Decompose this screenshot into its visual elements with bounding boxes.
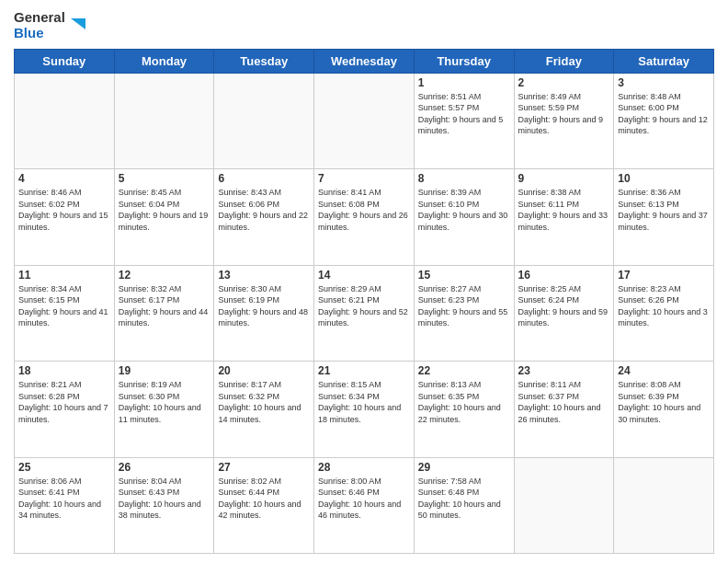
calendar-cell xyxy=(15,73,115,169)
day-number: 10 xyxy=(618,172,710,185)
logo-general: General xyxy=(14,9,65,25)
calendar-table: SundayMondayTuesdayWednesdayThursdayFrid… xyxy=(14,49,714,555)
day-number: 16 xyxy=(518,269,610,282)
calendar-cell: 10Sunrise: 8:36 AM Sunset: 6:13 PM Dayli… xyxy=(614,169,714,266)
day-info: Sunrise: 8:08 AM Sunset: 6:39 PM Dayligh… xyxy=(618,379,710,425)
calendar-cell: 19Sunrise: 8:19 AM Sunset: 6:30 PM Dayli… xyxy=(114,362,214,458)
day-info: Sunrise: 8:34 AM Sunset: 6:15 PM Dayligh… xyxy=(18,283,110,329)
day-info: Sunrise: 8:23 AM Sunset: 6:26 PM Dayligh… xyxy=(618,283,710,329)
day-number: 25 xyxy=(18,461,110,474)
calendar-cell: 8Sunrise: 8:39 AM Sunset: 6:10 PM Daylig… xyxy=(414,169,514,266)
calendar-cell: 12Sunrise: 8:32 AM Sunset: 6:17 PM Dayli… xyxy=(114,265,214,362)
calendar-cell: 4Sunrise: 8:46 AM Sunset: 6:02 PM Daylig… xyxy=(15,169,115,266)
day-number: 22 xyxy=(418,364,510,377)
day-info: Sunrise: 8:04 AM Sunset: 6:43 PM Dayligh… xyxy=(119,476,210,522)
weekday-header-tuesday: Tuesday xyxy=(214,49,314,73)
day-info: Sunrise: 8:00 AM Sunset: 6:46 PM Dayligh… xyxy=(318,476,410,522)
day-number: 27 xyxy=(218,461,310,474)
day-number: 19 xyxy=(119,364,210,377)
calendar-week-2: 4Sunrise: 8:46 AM Sunset: 6:02 PM Daylig… xyxy=(15,169,714,266)
day-number: 23 xyxy=(518,364,610,377)
calendar-cell: 11Sunrise: 8:34 AM Sunset: 6:15 PM Dayli… xyxy=(15,265,115,362)
header: General Blue xyxy=(14,9,714,41)
calendar-week-5: 25Sunrise: 8:06 AM Sunset: 6:41 PM Dayli… xyxy=(15,457,714,554)
calendar-cell: 21Sunrise: 8:15 AM Sunset: 6:34 PM Dayli… xyxy=(314,362,415,458)
calendar-cell: 20Sunrise: 8:17 AM Sunset: 6:32 PM Dayli… xyxy=(214,362,314,458)
calendar-cell: 5Sunrise: 8:45 AM Sunset: 6:04 PM Daylig… xyxy=(114,169,214,266)
calendar-cell: 22Sunrise: 8:13 AM Sunset: 6:35 PM Dayli… xyxy=(414,362,514,458)
day-number: 4 xyxy=(18,172,110,185)
calendar-cell: 13Sunrise: 8:30 AM Sunset: 6:19 PM Dayli… xyxy=(214,265,314,362)
calendar-cell: 24Sunrise: 8:08 AM Sunset: 6:39 PM Dayli… xyxy=(614,362,714,458)
calendar-cell: 28Sunrise: 8:00 AM Sunset: 6:46 PM Dayli… xyxy=(314,457,415,554)
calendar-cell: 25Sunrise: 8:06 AM Sunset: 6:41 PM Dayli… xyxy=(15,457,115,554)
day-info: Sunrise: 8:48 AM Sunset: 6:00 PM Dayligh… xyxy=(618,91,710,137)
day-info: Sunrise: 8:43 AM Sunset: 6:06 PM Dayligh… xyxy=(218,187,310,233)
calendar-cell: 3Sunrise: 8:48 AM Sunset: 6:00 PM Daylig… xyxy=(614,73,714,169)
day-info: Sunrise: 8:39 AM Sunset: 6:10 PM Dayligh… xyxy=(418,187,510,233)
calendar-cell: 2Sunrise: 8:49 AM Sunset: 5:59 PM Daylig… xyxy=(514,73,614,169)
day-info: Sunrise: 8:19 AM Sunset: 6:30 PM Dayligh… xyxy=(119,379,210,425)
day-info: Sunrise: 8:27 AM Sunset: 6:23 PM Dayligh… xyxy=(418,283,510,329)
day-info: Sunrise: 8:17 AM Sunset: 6:32 PM Dayligh… xyxy=(218,379,310,425)
day-number: 26 xyxy=(119,461,210,474)
calendar-cell xyxy=(514,457,614,554)
calendar-cell: 18Sunrise: 8:21 AM Sunset: 6:28 PM Dayli… xyxy=(15,362,115,458)
calendar-week-3: 11Sunrise: 8:34 AM Sunset: 6:15 PM Dayli… xyxy=(15,265,714,362)
logo-container: General Blue xyxy=(14,9,87,41)
day-info: Sunrise: 8:11 AM Sunset: 6:37 PM Dayligh… xyxy=(518,379,610,425)
day-info: Sunrise: 8:38 AM Sunset: 6:11 PM Dayligh… xyxy=(518,187,610,233)
weekday-header-saturday: Saturday xyxy=(614,49,714,73)
day-number: 17 xyxy=(618,269,710,282)
day-info: Sunrise: 8:29 AM Sunset: 6:21 PM Dayligh… xyxy=(318,283,410,329)
day-number: 21 xyxy=(318,364,410,377)
calendar-week-1: 1Sunrise: 8:51 AM Sunset: 5:57 PM Daylig… xyxy=(15,73,714,169)
calendar-cell xyxy=(114,73,214,169)
calendar-cell xyxy=(214,73,314,169)
day-info: Sunrise: 8:06 AM Sunset: 6:41 PM Dayligh… xyxy=(18,476,110,522)
day-number: 3 xyxy=(618,76,710,89)
day-info: Sunrise: 8:15 AM Sunset: 6:34 PM Dayligh… xyxy=(318,379,410,425)
calendar-cell xyxy=(314,73,415,169)
calendar-cell: 26Sunrise: 8:04 AM Sunset: 6:43 PM Dayli… xyxy=(114,457,214,554)
day-info: Sunrise: 8:45 AM Sunset: 6:04 PM Dayligh… xyxy=(119,187,210,233)
logo-triangle-icon xyxy=(67,15,87,35)
day-number: 2 xyxy=(518,76,610,89)
logo-text: General Blue xyxy=(14,9,65,41)
day-info: Sunrise: 8:46 AM Sunset: 6:02 PM Dayligh… xyxy=(18,187,110,233)
day-number: 29 xyxy=(418,461,510,474)
day-number: 11 xyxy=(18,269,110,282)
day-number: 5 xyxy=(119,172,210,185)
day-number: 18 xyxy=(18,364,110,377)
day-info: Sunrise: 8:25 AM Sunset: 6:24 PM Dayligh… xyxy=(518,283,610,329)
day-number: 13 xyxy=(218,269,310,282)
day-info: Sunrise: 8:49 AM Sunset: 5:59 PM Dayligh… xyxy=(518,91,610,137)
weekday-header-thursday: Thursday xyxy=(414,49,514,73)
svg-marker-0 xyxy=(71,18,85,29)
day-info: Sunrise: 8:30 AM Sunset: 6:19 PM Dayligh… xyxy=(218,283,310,329)
calendar-cell: 6Sunrise: 8:43 AM Sunset: 6:06 PM Daylig… xyxy=(214,169,314,266)
day-number: 12 xyxy=(119,269,210,282)
calendar-cell: 15Sunrise: 8:27 AM Sunset: 6:23 PM Dayli… xyxy=(414,265,514,362)
weekday-header-friday: Friday xyxy=(514,49,614,73)
day-info: Sunrise: 8:02 AM Sunset: 6:44 PM Dayligh… xyxy=(218,476,310,522)
calendar-cell: 7Sunrise: 8:41 AM Sunset: 6:08 PM Daylig… xyxy=(314,169,415,266)
day-info: Sunrise: 8:36 AM Sunset: 6:13 PM Dayligh… xyxy=(618,187,710,233)
day-info: Sunrise: 8:21 AM Sunset: 6:28 PM Dayligh… xyxy=(18,379,110,425)
day-info: Sunrise: 8:32 AM Sunset: 6:17 PM Dayligh… xyxy=(119,283,210,329)
day-number: 8 xyxy=(418,172,510,185)
logo: General Blue xyxy=(14,9,87,41)
calendar-cell: 17Sunrise: 8:23 AM Sunset: 6:26 PM Dayli… xyxy=(614,265,714,362)
calendar-cell: 16Sunrise: 8:25 AM Sunset: 6:24 PM Dayli… xyxy=(514,265,614,362)
day-number: 15 xyxy=(418,269,510,282)
day-number: 24 xyxy=(618,364,710,377)
calendar-cell: 14Sunrise: 8:29 AM Sunset: 6:21 PM Dayli… xyxy=(314,265,415,362)
calendar-header: SundayMondayTuesdayWednesdayThursdayFrid… xyxy=(15,49,714,73)
day-info: Sunrise: 7:58 AM Sunset: 6:48 PM Dayligh… xyxy=(418,476,510,522)
calendar-week-4: 18Sunrise: 8:21 AM Sunset: 6:28 PM Dayli… xyxy=(15,362,714,458)
calendar-cell: 27Sunrise: 8:02 AM Sunset: 6:44 PM Dayli… xyxy=(214,457,314,554)
weekday-header-sunday: Sunday xyxy=(15,49,115,73)
day-info: Sunrise: 8:13 AM Sunset: 6:35 PM Dayligh… xyxy=(418,379,510,425)
day-info: Sunrise: 8:41 AM Sunset: 6:08 PM Dayligh… xyxy=(318,187,410,233)
day-number: 9 xyxy=(518,172,610,185)
